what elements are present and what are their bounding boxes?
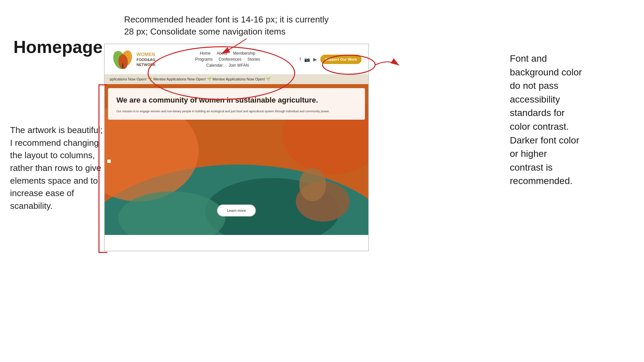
top-annotation: Recommended header font is 14-16 px; it …: [124, 13, 329, 38]
nav-membership[interactable]: Membership: [233, 51, 255, 56]
logo-icon: [111, 48, 135, 70]
instagram-icon: 📷: [304, 57, 310, 62]
logo-area: WOMEN FOOD&AG NETWORK: [111, 48, 156, 70]
nav-row-1: Home About Membership: [200, 51, 255, 56]
nav-row-2: Programs Conferences Stories: [195, 57, 260, 62]
nav-about[interactable]: About: [217, 51, 227, 56]
nav-bar: WOMEN FOOD&AG NETWORK Home About Members…: [105, 44, 368, 74]
nav-right: f 📷 ▶ Support Our Work: [300, 55, 362, 64]
hero-headline: We are a community of women in sustainab…: [116, 96, 357, 105]
nav-join[interactable]: Join WFAN: [229, 63, 249, 68]
nav-home[interactable]: Home: [200, 51, 211, 56]
nav-links: Home About Membership Programs Conferenc…: [195, 51, 260, 68]
nav-calendar[interactable]: Calendar: [206, 63, 223, 68]
left-annotation: The artwork is beautiful; I recommend ch…: [10, 124, 107, 213]
hero-text-box: We are a community of women in sustainab…: [108, 88, 365, 120]
page-title: Homepage: [13, 37, 103, 57]
youtube-icon: ▶: [313, 57, 317, 62]
website-preview: WOMEN FOOD&AG NETWORK Home About Members…: [104, 44, 369, 251]
ticker-bar: pplications Now Open! 🌱 Mentee Applicati…: [105, 74, 368, 84]
facebook-icon: f: [300, 57, 301, 62]
svg-point-13: [299, 168, 326, 201]
carousel-dot: [107, 160, 111, 163]
nav-conferences[interactable]: Conferences: [219, 57, 241, 62]
svg-rect-5: [122, 63, 123, 68]
support-our-work-button[interactable]: Support Our Work: [320, 55, 362, 64]
logo-text: WOMEN FOOD&AG NETWORK: [137, 51, 156, 67]
nav-stories[interactable]: Stories: [248, 57, 260, 62]
nav-programs[interactable]: Programs: [195, 57, 213, 62]
hero-subtext: Our mission is to engage women and non-b…: [116, 109, 357, 114]
nav-row-3: Calendar Join WFAN: [206, 63, 249, 68]
right-annotation: Font and background color do not pass ac…: [510, 52, 631, 188]
hero-section: We are a community of women in sustainab…: [105, 84, 368, 235]
learn-more-button[interactable]: Learn more: [217, 204, 256, 217]
